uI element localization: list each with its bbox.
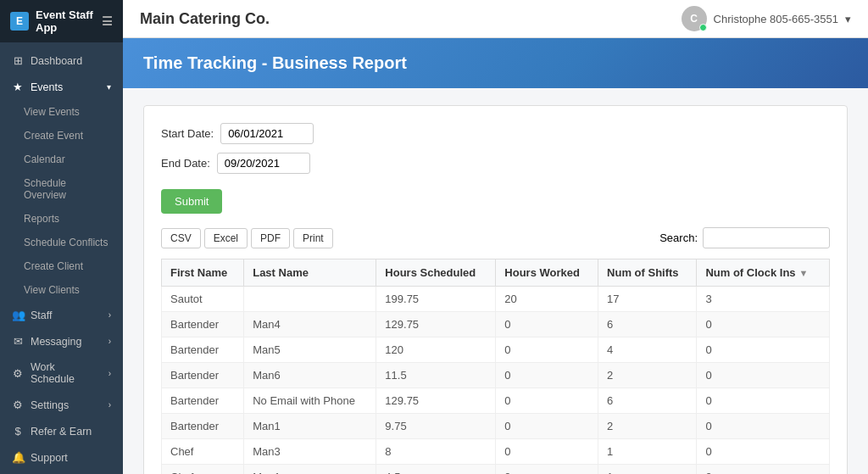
company-name: Main Catering Co. bbox=[140, 10, 270, 28]
cell-hours-worked: 0 bbox=[496, 439, 598, 465]
sidebar-item-schedule-overview[interactable]: Schedule Overview bbox=[0, 171, 123, 207]
events-icon: ★ bbox=[12, 81, 24, 93]
table-row: BartenderMan19.75020 bbox=[162, 414, 830, 439]
cell-hours-worked: 0 bbox=[496, 363, 598, 388]
sidebar-sub-label: View Events bbox=[24, 106, 80, 118]
col-num-clock-ins[interactable]: Num of Clock Ins▼ bbox=[697, 259, 830, 287]
col-last-name: Last Name bbox=[244, 259, 376, 287]
sidebar-item-create-event[interactable]: Create Event bbox=[0, 124, 123, 148]
cell-hours-scheduled: 9.75 bbox=[376, 414, 496, 439]
start-date-input[interactable] bbox=[220, 123, 314, 144]
cell-last-name bbox=[244, 287, 376, 312]
cell-last-name[interactable]: No Email with Phone bbox=[244, 388, 376, 414]
col-hours-scheduled: Hours Scheduled bbox=[376, 259, 496, 287]
user-menu[interactable]: C Christophe 805-665-3551 ▾ bbox=[682, 6, 851, 31]
table-row: Sautot199.7520173 bbox=[162, 287, 830, 312]
sidebar-toggle-button[interactable]: ☰ bbox=[102, 14, 113, 28]
sidebar-item-label: Support bbox=[31, 452, 68, 464]
cell-num-clock-ins: 3 bbox=[697, 287, 830, 312]
sidebar-item-staff[interactable]: 👥 Staff › bbox=[0, 302, 123, 328]
work-schedule-icon: ⚙ bbox=[12, 367, 24, 380]
sidebar-item-schedule-conflicts[interactable]: Schedule Conflicts bbox=[0, 231, 123, 254]
sidebar-item-create-client[interactable]: Create Client bbox=[0, 254, 123, 278]
user-name: Christophe 805-665-3551 bbox=[714, 13, 838, 25]
sidebar-item-label: Settings bbox=[31, 399, 69, 411]
cell-num-shifts: 2 bbox=[598, 414, 697, 439]
cell-hours-worked: 0 bbox=[496, 388, 598, 414]
end-date-label: End Date: bbox=[161, 157, 210, 170]
cell-last-name[interactable]: Man6 bbox=[244, 363, 376, 388]
avatar: C bbox=[682, 6, 707, 31]
cell-num-clock-ins: 0 bbox=[697, 363, 830, 388]
app-name: Event Staff App bbox=[36, 8, 95, 34]
submit-button[interactable]: Submit bbox=[161, 189, 222, 214]
cell-first-name[interactable]: Chef bbox=[162, 439, 244, 465]
sidebar-item-support[interactable]: 🔔 Support bbox=[0, 444, 123, 471]
sidebar-item-reports[interactable]: Reports bbox=[0, 207, 123, 231]
end-date-input[interactable] bbox=[217, 153, 310, 174]
col-hours-worked: Hours Worked bbox=[496, 259, 598, 287]
pdf-button[interactable]: PDF bbox=[251, 228, 290, 248]
col-num-shifts: Num of Shifts bbox=[598, 259, 697, 287]
start-date-label: Start Date: bbox=[161, 127, 214, 140]
cell-last-name[interactable]: Man4 bbox=[244, 312, 376, 337]
cell-hours-scheduled: 4.5 bbox=[376, 465, 496, 475]
dashboard-icon: ⊞ bbox=[12, 54, 24, 67]
print-button[interactable]: Print bbox=[293, 228, 333, 248]
page-title: Time Tracking - Business Report bbox=[143, 53, 848, 73]
cell-first-name[interactable]: Bartender bbox=[162, 388, 244, 414]
chevron-down-icon: ▾ bbox=[107, 82, 111, 92]
cell-hours-worked: 0 bbox=[496, 414, 598, 439]
cell-hours-scheduled: 120 bbox=[376, 337, 496, 363]
sidebar-sub-label: Create Client bbox=[24, 260, 83, 272]
excel-button[interactable]: Excel bbox=[204, 228, 248, 248]
sidebar-item-settings[interactable]: ⚙ Settings › bbox=[0, 392, 123, 418]
cell-num-shifts: 1 bbox=[598, 439, 697, 465]
export-row: CSV Excel PDF Print Search: bbox=[161, 227, 830, 248]
cell-first-name[interactable]: Sautot bbox=[162, 287, 244, 312]
cell-last-name[interactable]: Man1 bbox=[244, 465, 376, 475]
cell-num-shifts: 6 bbox=[598, 312, 697, 337]
cell-hours-scheduled: 199.75 bbox=[376, 287, 496, 312]
sidebar-sub-label: Schedule Overview bbox=[24, 177, 66, 201]
cell-hours-scheduled: 8 bbox=[376, 439, 496, 465]
sidebar-item-calendar[interactable]: Calendar bbox=[0, 148, 123, 171]
user-menu-chevron-icon: ▾ bbox=[845, 13, 851, 25]
dollar-icon: $ bbox=[12, 425, 24, 438]
cell-first-name[interactable]: Bartender bbox=[162, 312, 244, 337]
table-row: BartenderMan5120040 bbox=[162, 337, 830, 363]
cell-num-shifts: 17 bbox=[598, 287, 697, 312]
sidebar-item-events[interactable]: ★ Events ▾ bbox=[0, 74, 123, 100]
table-row: BartenderMan4129.75060 bbox=[162, 312, 830, 337]
cell-num-clock-ins: 0 bbox=[697, 337, 830, 363]
search-label: Search: bbox=[659, 231, 698, 244]
sidebar-sub-label: View Clients bbox=[24, 284, 80, 296]
cell-first-name[interactable]: Bartender bbox=[162, 337, 244, 363]
csv-button[interactable]: CSV bbox=[161, 228, 201, 248]
sidebar-item-work-schedule[interactable]: ⚙ Work Schedule › bbox=[0, 354, 123, 392]
cell-first-name[interactable]: Bartender bbox=[162, 363, 244, 388]
sidebar-item-label: Messaging bbox=[31, 336, 81, 348]
cell-hours-worked: 20 bbox=[496, 287, 598, 312]
support-icon: 🔔 bbox=[12, 451, 24, 464]
report-table: First Name Last Name Hours Scheduled Hou… bbox=[161, 259, 830, 474]
sidebar-sub-label: Create Event bbox=[24, 130, 83, 142]
sidebar-item-dashboard[interactable]: ⊞ Dashboard bbox=[0, 47, 123, 74]
cell-last-name[interactable]: Man1 bbox=[244, 414, 376, 439]
cell-last-name[interactable]: Man5 bbox=[244, 337, 376, 363]
cell-hours-scheduled: 11.5 bbox=[376, 363, 496, 388]
table-row: BartenderMan611.5020 bbox=[162, 363, 830, 388]
search-input[interactable] bbox=[703, 227, 830, 248]
cell-last-name[interactable]: Man3 bbox=[244, 439, 376, 465]
cell-num-shifts: 4 bbox=[598, 337, 697, 363]
cell-first-name[interactable]: Chef bbox=[162, 465, 244, 475]
cell-hours-scheduled: 129.75 bbox=[376, 312, 496, 337]
staff-icon: 👥 bbox=[12, 309, 24, 321]
sidebar-item-view-events[interactable]: View Events bbox=[0, 100, 123, 124]
sidebar-item-refer-earn[interactable]: $ Refer & Earn bbox=[0, 418, 123, 444]
sidebar-item-messaging[interactable]: ✉ Messaging › bbox=[0, 328, 123, 354]
sidebar-item-view-clients[interactable]: View Clients bbox=[0, 278, 123, 302]
cell-first-name[interactable]: Bartender bbox=[162, 414, 244, 439]
sidebar-item-label: Staff bbox=[31, 309, 52, 321]
export-buttons: CSV Excel PDF Print bbox=[161, 228, 333, 248]
